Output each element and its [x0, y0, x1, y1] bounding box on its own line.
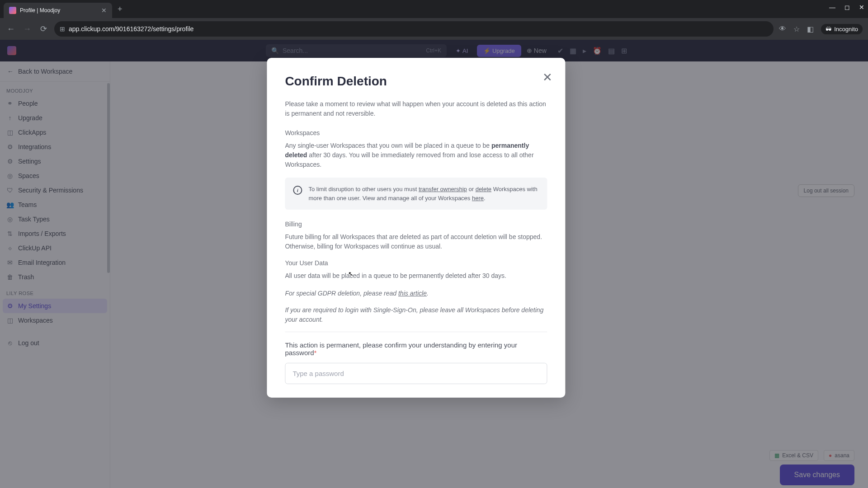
info-box: i To limit disruption to other users you…: [285, 178, 547, 210]
text: This action is permanent, please confirm…: [285, 341, 517, 357]
text: or: [467, 186, 476, 192]
cursor-icon: ↖: [348, 270, 354, 277]
close-icon[interactable]: ✕: [542, 70, 552, 84]
tab-title: Profile | Moodjoy: [20, 7, 98, 14]
password-input[interactable]: [285, 363, 547, 384]
site-info-icon[interactable]: ⊞: [60, 25, 65, 33]
incognito-badge[interactable]: 🕶 Incognito: [821, 24, 863, 34]
billing-text: Future billing for all Workspaces that a…: [285, 232, 547, 251]
browser-address-bar: ← → ⟳ ⊞ app.clickup.com/9016163272/setti…: [0, 18, 868, 40]
text: after 30 days. You will be immediately r…: [285, 151, 533, 168]
text: .: [484, 195, 486, 202]
tab-favicon-icon: [9, 7, 16, 14]
minimize-icon[interactable]: —: [829, 4, 835, 11]
divider: [285, 332, 547, 332]
url-text: app.clickup.com/9016163272/settings/prof…: [69, 25, 193, 33]
workspaces-heading: Workspaces: [285, 129, 547, 136]
billing-heading: Billing: [285, 221, 547, 228]
url-bar[interactable]: ⊞ app.clickup.com/9016163272/settings/pr…: [54, 21, 774, 37]
new-tab-button[interactable]: +: [118, 5, 123, 14]
gdpr-article-link[interactable]: this article: [398, 290, 427, 297]
gdpr-text: For special GDPR deletion, please read t…: [285, 289, 547, 298]
sso-text: If you are required to login with Single…: [285, 305, 547, 324]
modal-title: Confirm Deletion: [285, 74, 547, 89]
confirm-deletion-modal: ✕ Confirm Deletion Please take a moment …: [267, 58, 565, 398]
userdata-text: All user data will be placed in a queue …: [285, 271, 547, 281]
browser-tab[interactable]: Profile | Moodjoy ✕: [4, 3, 112, 18]
text: .: [427, 290, 429, 297]
panel-icon[interactable]: ◧: [807, 25, 814, 33]
eye-off-icon[interactable]: 👁: [779, 25, 786, 33]
info-icon: i: [293, 186, 302, 195]
required-asterisk: *: [314, 349, 317, 357]
reload-icon[interactable]: ⟳: [38, 24, 49, 34]
window-controls: — ◻ ✕: [829, 4, 864, 11]
confirm-password-label: This action is permanent, please confirm…: [285, 341, 547, 357]
here-link[interactable]: here: [472, 195, 484, 202]
tab-close-icon[interactable]: ✕: [101, 7, 107, 14]
workspaces-text: Any single-user Workspaces that you own …: [285, 141, 547, 169]
delete-link[interactable]: delete: [476, 186, 491, 192]
incognito-icon: 🕶: [826, 26, 831, 33]
bookmark-star-icon[interactable]: ☆: [793, 25, 800, 33]
maximize-icon[interactable]: ◻: [844, 4, 850, 11]
text: Any single-user Workspaces that you own …: [285, 142, 491, 149]
text: To limit disruption to other users you m…: [308, 186, 419, 192]
userdata-heading: Your User Data: [285, 259, 547, 267]
back-icon[interactable]: ←: [5, 24, 16, 34]
info-text: To limit disruption to other users you m…: [308, 185, 539, 202]
transfer-ownership-link[interactable]: transfer ownership: [419, 186, 467, 192]
incognito-label: Incognito: [834, 26, 858, 33]
close-window-icon[interactable]: ✕: [859, 4, 864, 11]
browser-tab-bar: Profile | Moodjoy ✕ + — ◻ ✕: [0, 0, 868, 18]
text: For special GDPR deletion, please read: [285, 290, 398, 297]
modal-intro-text: Please take a moment to review what will…: [285, 99, 547, 118]
forward-icon[interactable]: →: [22, 24, 33, 34]
